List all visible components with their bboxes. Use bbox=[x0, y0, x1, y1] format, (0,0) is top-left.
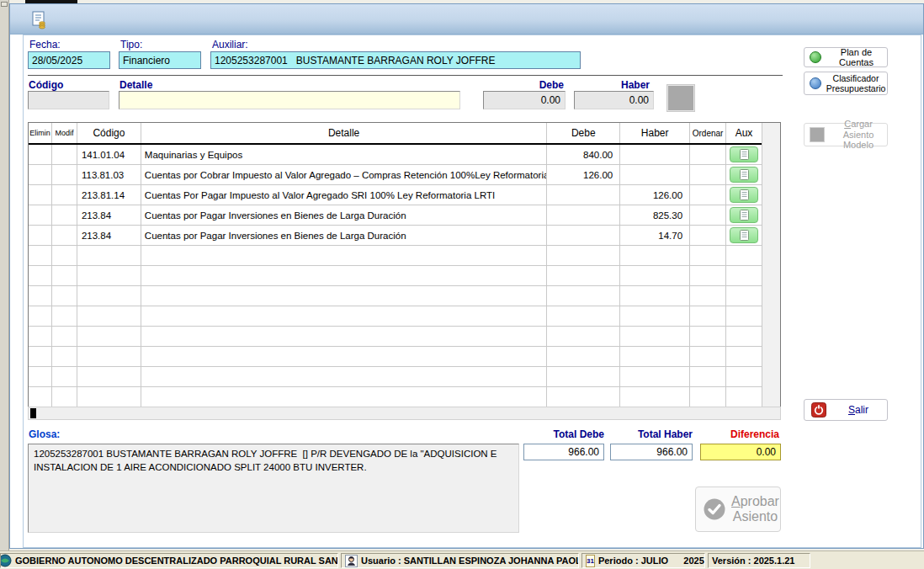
haber-input[interactable] bbox=[574, 91, 654, 109]
cell-debe bbox=[547, 266, 620, 285]
aprobar-asiento-button[interactable]: Aprobar Asiento bbox=[695, 487, 781, 532]
cell-haber bbox=[620, 246, 690, 265]
cell-elimin[interactable] bbox=[29, 286, 52, 306]
cell-ordenar[interactable] bbox=[690, 367, 726, 386]
table-row[interactable] bbox=[29, 286, 762, 306]
table-row[interactable]: 213.84 Cuentas por Pagar Inversiones en … bbox=[29, 205, 762, 226]
cell-elimin[interactable] bbox=[29, 185, 52, 205]
cell-modif[interactable] bbox=[52, 165, 77, 184]
aux-detail-button[interactable] bbox=[730, 207, 758, 223]
total-haber-input[interactable] bbox=[610, 444, 693, 460]
plan-de-cuentas-button[interactable]: Plan de Cuentas bbox=[804, 47, 888, 67]
cell-elimin[interactable] bbox=[29, 347, 52, 366]
cell-ordenar[interactable] bbox=[690, 327, 726, 346]
table-row[interactable]: 141.01.04 Maquinarias y Equipos 840.00 bbox=[29, 145, 762, 165]
header-modif: Modif bbox=[52, 123, 77, 143]
cell-ordenar[interactable] bbox=[690, 246, 726, 265]
cell-ordenar[interactable] bbox=[690, 266, 726, 285]
fecha-input[interactable] bbox=[28, 51, 110, 69]
cell-codigo: 213.81.14 bbox=[77, 185, 141, 205]
salir-button[interactable]: Salir bbox=[804, 399, 888, 421]
cell-codigo bbox=[77, 387, 141, 407]
cell-elimin[interactable] bbox=[29, 306, 52, 326]
cell-ordenar[interactable] bbox=[690, 286, 726, 306]
cargar-asiento-modelo-button[interactable]: Cargar Asiento Modelo bbox=[804, 123, 888, 146]
collapsed-window-control[interactable] bbox=[1, 2, 8, 7]
debe-label: Debe bbox=[483, 79, 564, 91]
cell-detalle bbox=[141, 306, 547, 326]
new-entry-document-icon[interactable] bbox=[29, 9, 49, 33]
cell-elimin[interactable] bbox=[29, 266, 52, 285]
cell-modif[interactable] bbox=[52, 347, 77, 366]
aux-detail-button[interactable] bbox=[730, 167, 758, 183]
table-row[interactable] bbox=[29, 387, 762, 407]
cell-ordenar[interactable] bbox=[690, 185, 726, 205]
cell-modif[interactable] bbox=[52, 367, 77, 386]
table-row[interactable] bbox=[29, 266, 762, 286]
aux-detail-button[interactable] bbox=[730, 187, 758, 203]
cell-ordenar[interactable] bbox=[690, 306, 726, 326]
cell-modif[interactable] bbox=[52, 306, 77, 326]
cell-modif[interactable] bbox=[52, 327, 77, 346]
cell-ordenar[interactable] bbox=[690, 347, 726, 366]
cell-modif[interactable] bbox=[52, 286, 77, 306]
cell-elimin[interactable] bbox=[29, 367, 52, 386]
cell-ordenar[interactable] bbox=[690, 226, 726, 245]
table-row[interactable] bbox=[29, 306, 762, 327]
table-vertical-scrollbar[interactable] bbox=[762, 123, 780, 407]
status-bar: GOBIERNO AUTONOMO DESCENTRALIZADO PARROQ… bbox=[0, 550, 924, 569]
glosa-textarea[interactable]: 1205253287001 BUSTAMANTE BARRAGAN ROLY J… bbox=[28, 444, 519, 533]
cell-elimin[interactable] bbox=[29, 327, 52, 346]
cell-modif[interactable] bbox=[52, 387, 77, 407]
table-row[interactable] bbox=[29, 327, 762, 347]
cell-elimin[interactable] bbox=[29, 226, 52, 245]
cell-modif[interactable] bbox=[52, 185, 77, 205]
cell-codigo: 141.01.04 bbox=[77, 145, 141, 164]
total-debe-input[interactable] bbox=[523, 444, 604, 460]
codigo-input[interactable] bbox=[28, 91, 109, 109]
aux-detail-button[interactable] bbox=[730, 227, 758, 243]
cell-elimin[interactable] bbox=[29, 387, 52, 407]
check-circle-icon bbox=[703, 497, 726, 521]
table-horizontal-scrollbar[interactable] bbox=[28, 407, 781, 420]
clasificador-label-line2: Presupuestario bbox=[825, 83, 887, 93]
add-line-button[interactable] bbox=[666, 84, 695, 112]
detalle-input[interactable] bbox=[119, 91, 460, 109]
aux-detail-button[interactable] bbox=[730, 146, 758, 162]
diferencia-input[interactable] bbox=[700, 444, 781, 460]
cell-ordenar[interactable] bbox=[690, 205, 726, 225]
auxiliar-input[interactable] bbox=[210, 51, 581, 69]
debe-input[interactable] bbox=[483, 91, 566, 109]
cell-haber: 14.70 bbox=[620, 226, 690, 245]
cell-elimin[interactable] bbox=[29, 205, 52, 225]
cell-detalle: Cuentas por Pagar Inversiones en Bienes … bbox=[141, 226, 547, 245]
header-detalle: Detalle bbox=[141, 123, 547, 143]
cell-modif[interactable] bbox=[52, 266, 77, 285]
entity-icon bbox=[0, 554, 12, 567]
cell-haber: 126.00 bbox=[620, 185, 690, 205]
cell-modif[interactable] bbox=[52, 246, 77, 265]
cell-ordenar[interactable] bbox=[690, 145, 726, 164]
table-row[interactable] bbox=[29, 367, 762, 387]
document-icon bbox=[740, 210, 749, 221]
cell-detalle bbox=[141, 286, 547, 306]
cell-detalle bbox=[141, 246, 547, 265]
cell-modif[interactable] bbox=[52, 205, 77, 225]
table-row[interactable]: 213.81.14 Cuentas Por Pagar Impuesto al … bbox=[29, 185, 762, 205]
cell-elimin[interactable] bbox=[29, 145, 52, 164]
table-row[interactable] bbox=[29, 246, 762, 266]
status-entity-segment: GOBIERNO AUTONOMO DESCENTRALIZADO PARROQ… bbox=[0, 553, 338, 568]
clasificador-presupuestario-button[interactable]: Clasificador Presupuestario bbox=[804, 72, 888, 95]
table-row[interactable]: 213.84 Cuentas por Pagar Inversiones en … bbox=[29, 226, 762, 246]
cell-elimin[interactable] bbox=[29, 165, 52, 184]
cell-ordenar[interactable] bbox=[690, 165, 726, 184]
cell-elimin[interactable] bbox=[29, 246, 52, 265]
tipo-input[interactable] bbox=[119, 51, 201, 69]
cell-ordenar[interactable] bbox=[690, 387, 726, 407]
cargar-label-line2: Modelo bbox=[830, 140, 887, 151]
cell-modif[interactable] bbox=[52, 226, 77, 245]
table-row[interactable] bbox=[29, 347, 762, 367]
cell-modif[interactable] bbox=[52, 145, 77, 164]
table-row[interactable]: 113.81.03 Cuentas por Cobrar Impuesto al… bbox=[29, 165, 762, 185]
scrollbar-thumb[interactable] bbox=[30, 408, 36, 418]
